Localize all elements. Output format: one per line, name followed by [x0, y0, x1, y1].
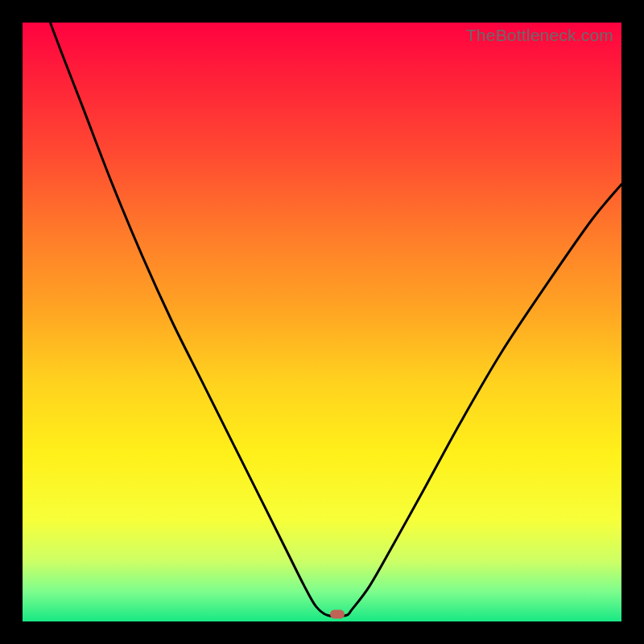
chart-frame: TheBottleneck.com — [0, 0, 644, 644]
plot-area: TheBottleneck.com — [23, 23, 621, 621]
minimum-marker — [330, 610, 345, 619]
watermark-text: TheBottleneck.com — [466, 26, 613, 45]
bottleneck-curve — [23, 23, 621, 621]
